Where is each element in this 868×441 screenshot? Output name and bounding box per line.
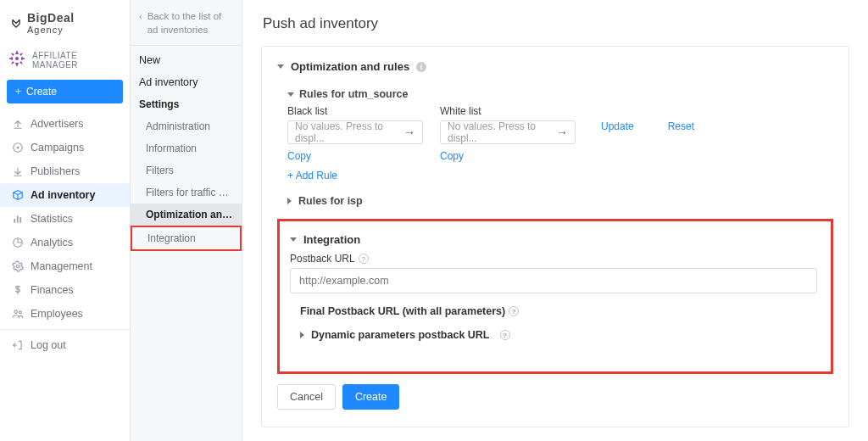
- create-button-label: Create: [26, 86, 57, 98]
- nav-advertisers[interactable]: Advertisers: [0, 112, 130, 136]
- section-integration-header[interactable]: Integration: [290, 233, 817, 246]
- nav-label: Campaigns: [31, 142, 84, 154]
- svg-marker-5: [11, 53, 14, 56]
- nav-label: Finances: [31, 284, 74, 296]
- svg-marker-3: [8, 57, 13, 60]
- nav-finances[interactable]: Finances: [0, 278, 130, 302]
- section-optimization-header[interactable]: Optimization and rules i: [277, 60, 833, 73]
- svg-point-10: [17, 148, 19, 149]
- nav-label: Management: [31, 260, 92, 272]
- svg-marker-1: [15, 50, 19, 54]
- sub-information[interactable]: Information: [131, 137, 242, 159]
- create-button[interactable]: + Create: [7, 80, 123, 103]
- nav-label: Employees: [31, 308, 83, 320]
- info-icon[interactable]: i: [416, 62, 426, 72]
- sub-administration[interactable]: Administration: [131, 115, 242, 137]
- back-link[interactable]: ‹ Back to the list of ad inventories: [131, 0, 242, 45]
- nav-logout[interactable]: Log out: [0, 333, 130, 357]
- lists-row: Black list No values. Press to displ... …: [287, 105, 833, 162]
- nav-statistics[interactable]: Statistics: [0, 207, 130, 231]
- nav-publishers[interactable]: Publishers: [0, 159, 130, 183]
- dynamic-params-header[interactable]: Dynamic parameters postback URL ?: [300, 329, 817, 341]
- placeholder-text: No values. Press to displ...: [448, 120, 556, 144]
- form-card: Optimization and rules i Rules for utm_s…: [261, 46, 849, 427]
- svg-marker-4: [21, 57, 25, 60]
- sub-settings[interactable]: Settings: [131, 90, 242, 115]
- create-submit-button[interactable]: Create: [342, 384, 400, 410]
- users-icon: [12, 308, 24, 320]
- rules-isp-header[interactable]: Rules for isp: [287, 190, 833, 212]
- blacklist-label: Black list: [287, 105, 423, 117]
- help-icon[interactable]: ?: [359, 254, 369, 264]
- blacklist-copy-link[interactable]: Copy: [287, 150, 311, 162]
- nav-analytics[interactable]: Analytics: [0, 231, 130, 254]
- svg-marker-6: [19, 53, 23, 56]
- rules-utm-header[interactable]: Rules for utm_source: [287, 88, 833, 100]
- postback-label: Postback URL ?: [290, 253, 817, 265]
- sub-integration[interactable]: Integration: [131, 226, 242, 251]
- bars-icon: [12, 213, 24, 225]
- brand-logo-icon: [10, 18, 22, 30]
- integration-panel: Integration Postback URL ? Final Postbac…: [277, 219, 833, 374]
- help-icon[interactable]: ?: [500, 330, 510, 340]
- final-postback-label: Final Postback URL (with all parameters)…: [300, 305, 817, 317]
- whitelist-copy-link[interactable]: Copy: [440, 150, 464, 162]
- brand-sub: Agency: [27, 25, 75, 35]
- rules-utm-title: Rules for utm_source: [299, 88, 409, 100]
- main-content: Push ad inventory Optimization and rules…: [242, 0, 868, 441]
- svg-point-17: [19, 311, 21, 314]
- help-icon[interactable]: ?: [509, 306, 519, 316]
- nav-label: Advertisers: [31, 118, 84, 130]
- chevron-left-icon: ‹: [139, 10, 142, 36]
- nav-management[interactable]: Management: [0, 254, 130, 278]
- brand-name: BigDeal: [27, 12, 75, 25]
- page-title: Push ad inventory: [263, 15, 849, 32]
- whitelist-label: White list: [440, 105, 576, 117]
- primary-sidebar: BigDeal Agency AFFILIATE MANAGER + Creat…: [0, 0, 131, 441]
- nav-label: Log out: [31, 339, 66, 351]
- cancel-button[interactable]: Cancel: [277, 384, 336, 410]
- nav-employees[interactable]: Employees: [0, 302, 130, 326]
- sub-ad-inventory: Ad inventory: [131, 68, 242, 90]
- sub-optimization[interactable]: Optimization and rules: [131, 204, 242, 226]
- svg-marker-2: [15, 63, 19, 67]
- rules-utm-block: Rules for utm_source Black list No value…: [277, 81, 833, 219]
- brand: BigDeal Agency: [0, 0, 130, 45]
- sub-filters-traffic[interactable]: Filters for traffic sour...: [131, 181, 242, 204]
- chevron-down-icon: [287, 92, 294, 97]
- pie-icon: [12, 237, 24, 248]
- nav-campaigns[interactable]: Campaigns: [0, 136, 130, 159]
- svg-marker-8: [19, 61, 23, 64]
- whitelist-select[interactable]: No values. Press to displ... →: [440, 120, 576, 144]
- dollar-icon: [12, 284, 24, 296]
- section-title: Integration: [303, 233, 360, 246]
- svg-rect-13: [19, 218, 21, 223]
- plus-icon: +: [15, 86, 21, 98]
- rules-isp-title: Rules for isp: [298, 195, 363, 207]
- chevron-right-icon: [287, 198, 292, 204]
- gear-icon: [12, 260, 24, 272]
- chevron-down-icon: [277, 64, 284, 69]
- arrow-right-icon: →: [403, 126, 415, 139]
- svg-rect-12: [17, 216, 19, 223]
- arrow-right-icon: →: [556, 126, 568, 139]
- target-icon: [12, 142, 24, 154]
- reset-link[interactable]: Reset: [668, 120, 694, 132]
- nav-label: Analytics: [31, 237, 73, 248]
- svg-point-16: [14, 310, 18, 314]
- sub-filters[interactable]: Filters: [131, 159, 242, 181]
- nav-label: Statistics: [31, 213, 73, 225]
- postback-url-input[interactable]: [290, 268, 817, 293]
- secondary-sidebar: ‹ Back to the list of ad inventories New…: [131, 0, 242, 441]
- svg-point-0: [15, 57, 19, 60]
- blacklist-select[interactable]: No values. Press to displ... →: [287, 120, 423, 144]
- back-text: Back to the list of ad inventories: [147, 10, 233, 36]
- nav-label: Ad inventory: [31, 189, 95, 201]
- add-rule-link[interactable]: + Add Rule: [287, 170, 337, 181]
- download-icon: [12, 165, 24, 177]
- logout-icon: [12, 339, 24, 351]
- nav-label: Publishers: [31, 165, 80, 177]
- nav-ad-inventory[interactable]: Ad inventory: [0, 183, 130, 207]
- update-link[interactable]: Update: [601, 120, 634, 132]
- chevron-down-icon: [290, 237, 297, 242]
